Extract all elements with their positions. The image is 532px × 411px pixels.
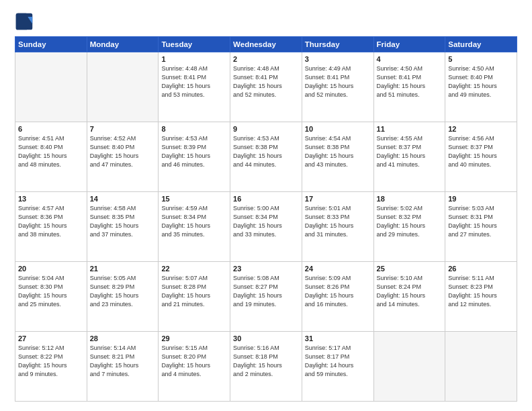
calendar-cell — [87, 52, 159, 122]
day-number: 19 — [448, 195, 514, 203]
calendar-cell: 9Sunrise: 4:53 AM Sunset: 8:38 PM Daylig… — [230, 122, 302, 192]
calendar-week-row: 20Sunrise: 5:04 AM Sunset: 8:30 PM Dayli… — [15, 262, 517, 332]
calendar-cell: 3Sunrise: 4:49 AM Sunset: 8:41 PM Daylig… — [302, 52, 373, 122]
day-info: Sunrise: 4:52 AM Sunset: 8:40 PM Dayligh… — [90, 134, 156, 169]
day-number: 21 — [90, 265, 156, 273]
day-number: 5 — [448, 55, 514, 63]
calendar-cell: 21Sunrise: 5:05 AM Sunset: 8:29 PM Dayli… — [87, 262, 159, 332]
day-info: Sunrise: 5:05 AM Sunset: 8:29 PM Dayligh… — [90, 274, 156, 309]
calendar-cell: 17Sunrise: 5:01 AM Sunset: 8:33 PM Dayli… — [302, 192, 373, 262]
day-info: Sunrise: 4:54 AM Sunset: 8:38 PM Dayligh… — [305, 134, 371, 169]
day-number: 22 — [161, 265, 227, 273]
svg-rect-2 — [16, 13, 28, 30]
header — [15, 12, 517, 31]
day-number: 10 — [305, 125, 371, 133]
calendar-week-row: 1Sunrise: 4:48 AM Sunset: 8:41 PM Daylig… — [15, 52, 517, 122]
day-info: Sunrise: 4:56 AM Sunset: 8:37 PM Dayligh… — [448, 134, 514, 169]
calendar-cell: 25Sunrise: 5:10 AM Sunset: 8:24 PM Dayli… — [373, 262, 445, 332]
day-number: 23 — [233, 265, 299, 273]
calendar-cell: 30Sunrise: 5:16 AM Sunset: 8:18 PM Dayli… — [230, 332, 302, 402]
calendar-cell: 2Sunrise: 4:48 AM Sunset: 8:41 PM Daylig… — [230, 52, 302, 122]
day-header-friday: Friday — [373, 37, 445, 52]
day-info: Sunrise: 5:09 AM Sunset: 8:26 PM Dayligh… — [305, 274, 371, 309]
day-number: 24 — [305, 265, 371, 273]
day-number: 1 — [161, 55, 227, 63]
page: SundayMondayTuesdayWednesdayThursdayFrid… — [0, 0, 532, 411]
day-info: Sunrise: 5:07 AM Sunset: 8:28 PM Dayligh… — [161, 274, 227, 309]
calendar-cell: 5Sunrise: 4:50 AM Sunset: 8:40 PM Daylig… — [445, 52, 517, 122]
day-number: 16 — [233, 195, 299, 203]
day-info: Sunrise: 4:53 AM Sunset: 8:39 PM Dayligh… — [161, 134, 227, 169]
calendar-table: SundayMondayTuesdayWednesdayThursdayFrid… — [15, 36, 517, 402]
day-info: Sunrise: 5:08 AM Sunset: 8:27 PM Dayligh… — [233, 274, 299, 309]
day-info: Sunrise: 5:10 AM Sunset: 8:24 PM Dayligh… — [377, 274, 443, 309]
day-info: Sunrise: 5:11 AM Sunset: 8:23 PM Dayligh… — [448, 274, 514, 309]
calendar-cell: 31Sunrise: 5:17 AM Sunset: 8:17 PM Dayli… — [302, 332, 373, 402]
day-number: 15 — [161, 195, 227, 203]
calendar-cell: 11Sunrise: 4:55 AM Sunset: 8:37 PM Dayli… — [373, 122, 445, 192]
day-info: Sunrise: 5:04 AM Sunset: 8:30 PM Dayligh… — [18, 274, 84, 309]
day-info: Sunrise: 4:58 AM Sunset: 8:35 PM Dayligh… — [90, 204, 156, 239]
day-number: 17 — [305, 195, 371, 203]
calendar-cell: 13Sunrise: 4:57 AM Sunset: 8:36 PM Dayli… — [15, 192, 87, 262]
calendar-cell: 14Sunrise: 4:58 AM Sunset: 8:35 PM Dayli… — [87, 192, 159, 262]
day-info: Sunrise: 5:01 AM Sunset: 8:33 PM Dayligh… — [305, 204, 371, 239]
day-info: Sunrise: 5:03 AM Sunset: 8:31 PM Dayligh… — [448, 204, 514, 239]
day-info: Sunrise: 4:55 AM Sunset: 8:37 PM Dayligh… — [377, 134, 443, 169]
day-info: Sunrise: 4:59 AM Sunset: 8:34 PM Dayligh… — [161, 204, 227, 239]
day-info: Sunrise: 5:15 AM Sunset: 8:20 PM Dayligh… — [161, 344, 227, 379]
day-info: Sunrise: 4:51 AM Sunset: 8:40 PM Dayligh… — [18, 134, 84, 169]
day-number: 6 — [18, 125, 84, 133]
day-number: 31 — [305, 334, 371, 342]
day-number: 13 — [18, 195, 84, 203]
day-number: 3 — [305, 55, 371, 63]
calendar-cell — [373, 332, 445, 402]
day-number: 11 — [377, 125, 443, 133]
day-info: Sunrise: 5:00 AM Sunset: 8:34 PM Dayligh… — [233, 204, 299, 239]
calendar-cell: 16Sunrise: 5:00 AM Sunset: 8:34 PM Dayli… — [230, 192, 302, 262]
day-header-tuesday: Tuesday — [159, 37, 230, 52]
day-number: 28 — [90, 334, 156, 342]
day-info: Sunrise: 4:50 AM Sunset: 8:41 PM Dayligh… — [377, 64, 443, 99]
day-header-thursday: Thursday — [302, 37, 373, 52]
logo-icon — [15, 12, 34, 31]
day-number: 18 — [377, 195, 443, 203]
day-info: Sunrise: 4:49 AM Sunset: 8:41 PM Dayligh… — [305, 64, 371, 99]
calendar-cell: 28Sunrise: 5:14 AM Sunset: 8:21 PM Dayli… — [87, 332, 159, 402]
calendar-cell: 15Sunrise: 4:59 AM Sunset: 8:34 PM Dayli… — [159, 192, 230, 262]
day-number: 26 — [448, 265, 514, 273]
calendar-week-row: 13Sunrise: 4:57 AM Sunset: 8:36 PM Dayli… — [15, 192, 517, 262]
calendar-cell: 20Sunrise: 5:04 AM Sunset: 8:30 PM Dayli… — [15, 262, 87, 332]
day-info: Sunrise: 4:48 AM Sunset: 8:41 PM Dayligh… — [161, 64, 227, 99]
logo — [15, 12, 36, 31]
day-info: Sunrise: 4:53 AM Sunset: 8:38 PM Dayligh… — [233, 134, 299, 169]
calendar-cell: 1Sunrise: 4:48 AM Sunset: 8:41 PM Daylig… — [159, 52, 230, 122]
calendar-cell: 6Sunrise: 4:51 AM Sunset: 8:40 PM Daylig… — [15, 122, 87, 192]
calendar-header-row: SundayMondayTuesdayWednesdayThursdayFrid… — [15, 37, 517, 52]
calendar-cell: 29Sunrise: 5:15 AM Sunset: 8:20 PM Dayli… — [159, 332, 230, 402]
day-number: 12 — [448, 125, 514, 133]
calendar-cell: 19Sunrise: 5:03 AM Sunset: 8:31 PM Dayli… — [445, 192, 517, 262]
day-header-monday: Monday — [87, 37, 159, 52]
day-number: 2 — [233, 55, 299, 63]
day-header-saturday: Saturday — [445, 37, 517, 52]
day-number: 7 — [90, 125, 156, 133]
calendar-cell: 26Sunrise: 5:11 AM Sunset: 8:23 PM Dayli… — [445, 262, 517, 332]
calendar-week-row: 27Sunrise: 5:12 AM Sunset: 8:22 PM Dayli… — [15, 332, 517, 402]
day-number: 30 — [233, 334, 299, 342]
day-number: 8 — [161, 125, 227, 133]
calendar-cell: 7Sunrise: 4:52 AM Sunset: 8:40 PM Daylig… — [87, 122, 159, 192]
calendar-cell: 23Sunrise: 5:08 AM Sunset: 8:27 PM Dayli… — [230, 262, 302, 332]
day-number: 25 — [377, 265, 443, 273]
day-info: Sunrise: 4:48 AM Sunset: 8:41 PM Dayligh… — [233, 64, 299, 99]
day-info: Sunrise: 5:16 AM Sunset: 8:18 PM Dayligh… — [233, 344, 299, 379]
calendar-cell: 4Sunrise: 4:50 AM Sunset: 8:41 PM Daylig… — [373, 52, 445, 122]
calendar-cell: 10Sunrise: 4:54 AM Sunset: 8:38 PM Dayli… — [302, 122, 373, 192]
day-header-sunday: Sunday — [15, 37, 87, 52]
calendar-cell: 12Sunrise: 4:56 AM Sunset: 8:37 PM Dayli… — [445, 122, 517, 192]
calendar-cell: 8Sunrise: 4:53 AM Sunset: 8:39 PM Daylig… — [159, 122, 230, 192]
day-info: Sunrise: 5:02 AM Sunset: 8:32 PM Dayligh… — [377, 204, 443, 239]
day-number: 27 — [18, 334, 84, 342]
day-info: Sunrise: 5:14 AM Sunset: 8:21 PM Dayligh… — [90, 344, 156, 379]
day-info: Sunrise: 4:50 AM Sunset: 8:40 PM Dayligh… — [448, 64, 514, 99]
